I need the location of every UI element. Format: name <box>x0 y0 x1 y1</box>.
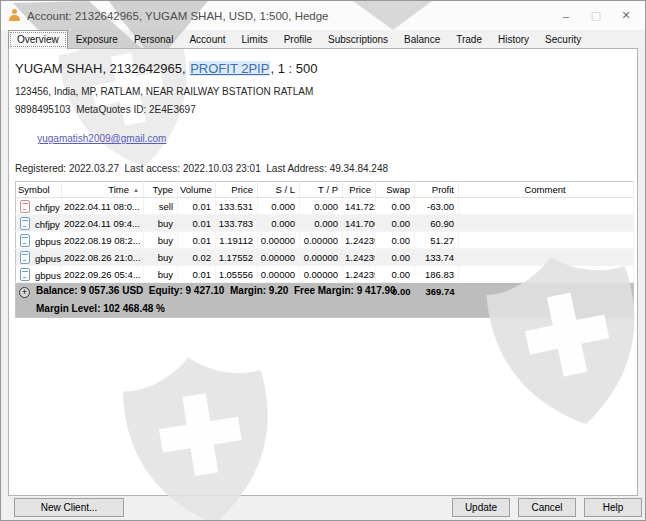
account-address: 123456, India, MP, RATLAM, NEAR RAILWAY … <box>15 86 637 97</box>
account-name-prefix: YUGAM SHAH, 2132642965, <box>15 61 186 76</box>
summary-balance-line: Balance: 9 057.36 USD Equity: 9 427.10 M… <box>36 285 396 296</box>
update-button[interactable]: Update <box>452 498 510 517</box>
account-dialog-window: Account: 2132642965, YUGAM SHAH, USD, 1:… <box>0 0 646 521</box>
column-header-swap[interactable]: Swap <box>376 182 415 198</box>
position-buy-icon <box>20 217 30 230</box>
tab-subscriptions[interactable]: Subscriptions <box>320 32 396 48</box>
minimize-icon[interactable]: – <box>551 5 581 27</box>
column-header-tp[interactable]: T / P <box>300 182 343 198</box>
summary-row: +Balance: 9 057.36 USD Equity: 9 427.10 … <box>16 283 634 301</box>
column-header-comment[interactable]: Comment <box>459 182 634 198</box>
column-header-profit[interactable]: Profit <box>415 182 459 198</box>
sort-ascending-icon: ▲ <box>133 187 139 193</box>
position-buy-icon <box>20 234 30 247</box>
summary-row-margin-level: Margin Level: 102 468.48 % <box>16 300 634 318</box>
account-name-suffix: , 1 : 500 <box>270 61 317 76</box>
tab-account[interactable]: Account <box>181 32 233 48</box>
tab-strip: Overview Exposure Personal Account Limit… <box>1 30 645 48</box>
position-buy-icon <box>20 251 30 264</box>
close-icon[interactable]: ✕ <box>611 5 641 27</box>
window-controls: – ▢ ✕ <box>551 5 641 27</box>
column-header-time[interactable]: Time▲ <box>62 182 144 198</box>
tab-history[interactable]: History <box>490 32 537 48</box>
cancel-button[interactable]: Cancel <box>518 498 576 517</box>
tab-overview[interactable]: Overview <box>8 30 68 49</box>
table-row[interactable]: chfjpy 2022.04.11 08:0... sell 0.01 133.… <box>16 198 634 215</box>
titlebar: Account: 2132642965, YUGAM SHAH, USD, 1:… <box>1 1 645 30</box>
position-sell-icon <box>20 200 30 213</box>
email-row: yugamatish2009@gmail.com <box>15 122 637 155</box>
tab-profile[interactable]: Profile <box>276 32 320 48</box>
account-registered-line: Registered: 2022.03.27 Last access: 2022… <box>15 163 637 174</box>
tab-trade[interactable]: Trade <box>448 32 490 48</box>
column-header-type[interactable]: Type <box>144 182 178 198</box>
table-row[interactable]: gbpusd 2022.09.26 05:4... buy 0.01 1.055… <box>16 266 634 283</box>
account-person-icon <box>9 9 20 22</box>
summary-profit: 369.74 <box>415 283 459 301</box>
summary-margin-level: Margin Level: 102 468.48 % <box>16 300 634 318</box>
column-header-price-open[interactable]: Price <box>216 182 258 198</box>
dialog-footer: New Client... Update Cancel Help <box>1 494 645 520</box>
tab-security[interactable]: Security <box>537 32 589 48</box>
column-header-price-current[interactable]: Price <box>343 182 376 198</box>
table-row[interactable]: gbpusd 2022.08.26 21:0... buy 0.02 1.175… <box>16 249 634 266</box>
table-row[interactable]: gbpusd 2022.08.19 08:2... buy 0.01 1.191… <box>16 232 634 249</box>
window-header: Account: 2132642965, YUGAM SHAH, USD, 1:… <box>1 1 645 48</box>
table-header-row: Symbol Time▲ Type Volume Price S / L T /… <box>16 182 634 198</box>
column-header-symbol[interactable]: Symbol <box>16 182 62 198</box>
overview-page: YUGAM SHAH, 2132642965, PROFIT 2PIP, 1 :… <box>8 48 638 496</box>
tab-limits[interactable]: Limits <box>234 32 276 48</box>
column-header-volume[interactable]: Volume <box>178 182 216 198</box>
help-button[interactable]: Help <box>584 498 642 517</box>
column-header-sl[interactable]: S / L <box>258 182 300 198</box>
tab-personal[interactable]: Personal <box>126 32 181 48</box>
account-name-line: YUGAM SHAH, 2132642965, PROFIT 2PIP, 1 :… <box>15 61 637 76</box>
maximize-icon[interactable]: ▢ <box>581 5 611 27</box>
new-client-button[interactable]: New Client... <box>14 498 124 517</box>
account-phone-metaquotes-id: 9898495103 MetaQuotes ID: 2E4E3697 <box>15 104 637 115</box>
window-title: Account: 2132642965, YUGAM SHAH, USD, 1:… <box>27 10 551 22</box>
tab-balance[interactable]: Balance <box>396 32 448 48</box>
group-link[interactable]: PROFIT 2PIP <box>189 61 270 76</box>
expand-icon[interactable]: + <box>19 287 30 298</box>
positions-table: Symbol Time▲ Type Volume Price S / L T /… <box>15 181 634 318</box>
tab-exposure[interactable]: Exposure <box>68 32 126 48</box>
account-info-section: YUGAM SHAH, 2132642965, PROFIT 2PIP, 1 :… <box>9 49 637 174</box>
table-row[interactable]: chfjpy 2022.04.11 09:4... buy 0.01 133.7… <box>16 215 634 232</box>
email-link[interactable]: yugamatish2009@gmail.com <box>37 133 166 144</box>
position-buy-icon <box>20 268 30 281</box>
